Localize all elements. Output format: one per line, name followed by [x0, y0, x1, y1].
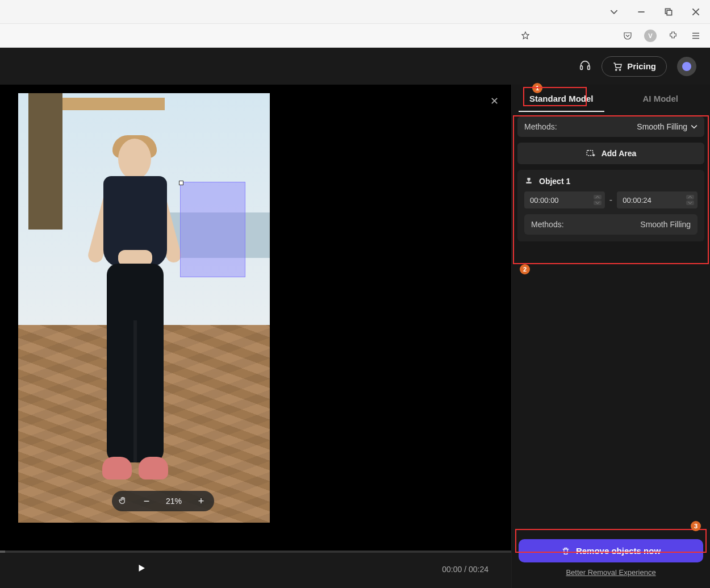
window-maximize-button[interactable]	[660, 3, 677, 20]
svg-rect-1	[667, 10, 671, 15]
zoom-level: 21%	[166, 497, 182, 506]
range-separator: -	[609, 195, 612, 205]
progress-track[interactable]	[0, 551, 511, 553]
tab-standard-model[interactable]: Standard Model	[512, 85, 611, 112]
better-removal-link[interactable]: Better Removal Experience	[566, 568, 655, 577]
model-tabs: Standard Model AI Model 1	[512, 85, 710, 112]
cart-icon	[612, 61, 623, 72]
time-start-up[interactable]	[594, 195, 602, 199]
zoom-out-button[interactable]: −	[140, 495, 153, 507]
video-frame[interactable]: − 21% +	[18, 93, 270, 523]
svg-rect-6	[587, 151, 593, 156]
time-display: 00:00 / 00:24	[442, 565, 488, 574]
time-end-input[interactable]: 00:00:24	[617, 191, 698, 208]
window-titlebar	[0, 0, 710, 24]
methods-row: Methods: Smooth Filling	[517, 116, 704, 137]
hamburger-menu-icon[interactable]	[690, 30, 702, 42]
bookmark-star-icon[interactable]	[519, 30, 532, 42]
app-root: Pricing ✕	[0, 48, 710, 588]
object-name: Object 1	[539, 177, 570, 186]
object-methods-value: Smooth Filling	[640, 220, 691, 229]
browser-toolbar: V	[0, 24, 710, 48]
svg-point-5	[620, 69, 621, 70]
window-close-button[interactable]	[687, 3, 704, 20]
pocket-icon[interactable]	[621, 30, 634, 42]
chevron-down-icon	[691, 123, 698, 130]
window-dropdown-icon[interactable]	[605, 3, 623, 20]
time-start-input[interactable]: 00:00:00	[524, 191, 605, 208]
svg-rect-3	[588, 65, 590, 69]
object-methods-row: Methods: Smooth Filling	[524, 214, 698, 235]
account-badge[interactable]: V	[644, 30, 657, 42]
time-start-down[interactable]	[594, 201, 602, 205]
right-panel: Standard Model AI Model 1 Methods: Smoot…	[511, 85, 710, 588]
svg-rect-2	[580, 65, 583, 69]
close-icon[interactable]: ✕	[490, 95, 499, 107]
app-topbar: Pricing	[0, 48, 710, 85]
pricing-button[interactable]: Pricing	[602, 56, 667, 77]
zoom-in-button[interactable]: +	[194, 495, 208, 507]
object-time-range: 00:00:00 - 00:00:24	[524, 191, 698, 208]
svg-point-4	[616, 69, 617, 70]
annotation-badge-2: 2	[520, 264, 530, 274]
window-minimize-button[interactable]	[633, 3, 650, 20]
stamp-icon	[524, 177, 533, 186]
trash-icon	[561, 547, 570, 556]
time-end-up[interactable]	[686, 195, 694, 199]
editor-canvas-area: ✕	[0, 85, 511, 588]
methods-label: Methods:	[524, 122, 557, 131]
methods-dropdown[interactable]: Smooth Filling	[637, 122, 698, 131]
pan-hand-icon[interactable]	[118, 496, 127, 507]
panel-settings: Methods: Smooth Filling Add Area Object …	[512, 112, 710, 246]
headphones-icon[interactable]	[579, 59, 591, 74]
play-button[interactable]	[136, 563, 147, 576]
remove-objects-button[interactable]: Remove objects now	[519, 539, 703, 562]
zoom-toolbar: − 21% +	[112, 491, 214, 511]
add-area-icon	[586, 148, 596, 159]
extensions-icon[interactable]	[667, 30, 679, 42]
video-playbar: 00:00 / 00:24	[0, 551, 511, 588]
object-card: Object 1 00:00:00 - 00:00:24	[517, 170, 704, 241]
selection-overlay[interactable]	[180, 182, 245, 277]
pricing-label: Pricing	[627, 61, 656, 71]
panel-footer: Remove objects now Better Removal Experi…	[512, 533, 710, 588]
time-end-down[interactable]	[686, 201, 694, 205]
user-avatar[interactable]	[677, 57, 696, 76]
annotation-badge-1: 1	[532, 83, 542, 93]
add-area-button[interactable]: Add Area	[517, 143, 704, 164]
tab-ai-model[interactable]: AI Model	[611, 85, 711, 112]
annotation-badge-3: 3	[691, 521, 701, 531]
